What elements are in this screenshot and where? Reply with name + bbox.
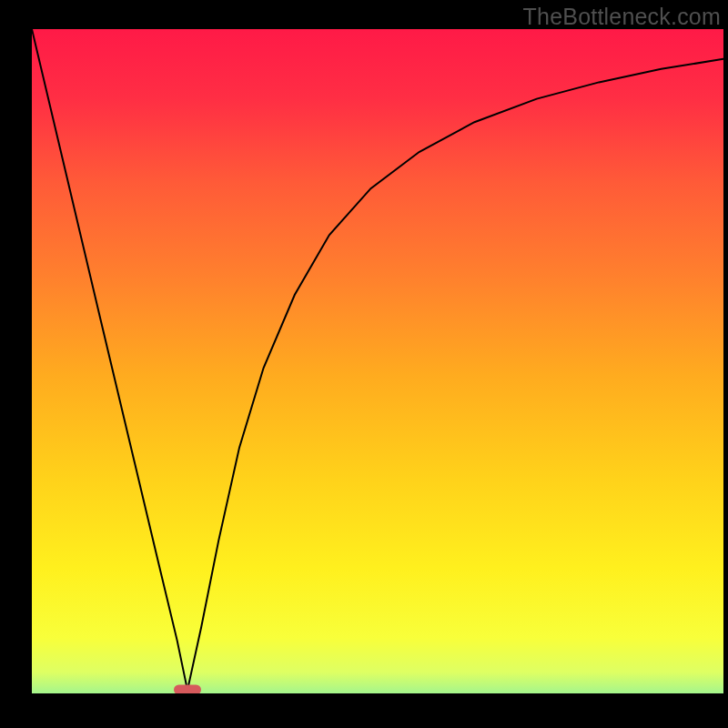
curve-left-branch: [32, 29, 187, 690]
watermark-text: TheBottleneck.com: [523, 4, 721, 30]
chart-frame: TheBottleneck.com: [0, 0, 728, 728]
plot-area: [32, 29, 723, 693]
curve-right-branch: [187, 59, 723, 691]
curve: [32, 29, 723, 693]
